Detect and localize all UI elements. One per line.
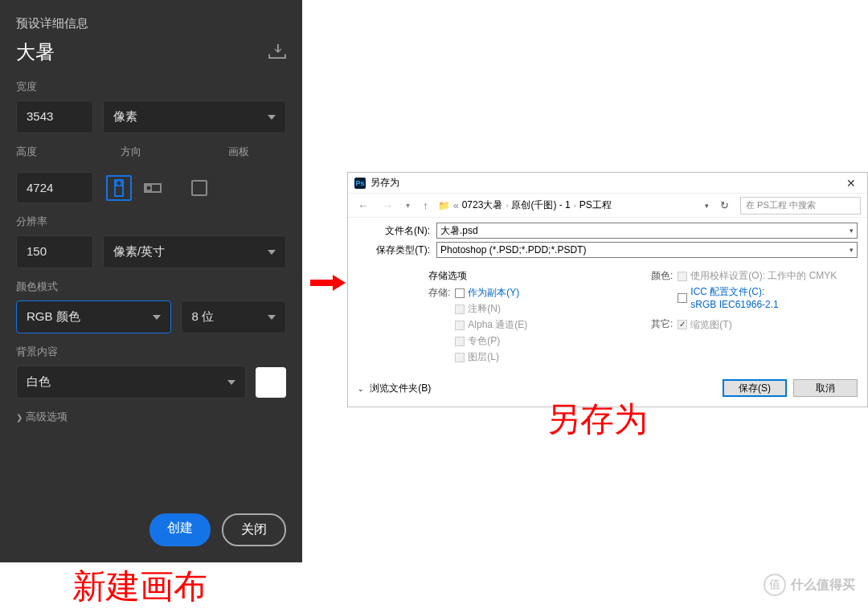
- resolution-input[interactable]: 150: [16, 235, 93, 268]
- dialog-titlebar: Ps 另存为 ✕: [348, 173, 867, 194]
- filetype-label: 保存类型(T):: [358, 243, 430, 257]
- filename-input[interactable]: 大暑.psd ▾: [436, 223, 858, 239]
- cancel-button[interactable]: 取消: [793, 379, 858, 397]
- height-input[interactable]: 4724: [16, 172, 93, 203]
- svg-rect-2: [116, 186, 122, 195]
- other-sub-label: 其它:: [651, 317, 673, 331]
- save-button[interactable]: 保存(S): [723, 379, 787, 397]
- alpha-checkbox-row: Alpha 通道(E): [455, 318, 527, 332]
- panel-header: 预设详细信息: [16, 16, 286, 31]
- save-sub-label: 存储:: [428, 286, 450, 363]
- advanced-label: 高级选项: [26, 410, 68, 424]
- color-mode-dropdown[interactable]: RGB 颜色: [16, 300, 171, 333]
- width-label: 宽度: [16, 80, 286, 94]
- icc-profile-link[interactable]: ICC 配置文件(C):: [690, 286, 764, 297]
- filename-value: 大暑.psd: [440, 224, 478, 238]
- background-label: 背景内容: [16, 345, 286, 359]
- folder-icon: 📁: [438, 200, 450, 211]
- artboard-label: 画板: [228, 145, 249, 159]
- dialog-navbar: ← → ▾ ↑ 📁 « 0723大暑 › 原创(千图) - 1 › PS工程 ▾…: [348, 194, 867, 218]
- arrow-annotation: [310, 275, 346, 294]
- annotation-new-canvas: 新建画布: [72, 564, 207, 609]
- nav-forward-button[interactable]: →: [379, 199, 396, 212]
- save-options-heading: 存储选项: [428, 269, 635, 283]
- background-color-swatch[interactable]: [256, 367, 286, 398]
- width-unit-value: 像素: [113, 109, 137, 125]
- download-preset-icon[interactable]: [268, 44, 286, 61]
- browse-folders-toggle[interactable]: ⌄ 浏览文件夹(B): [358, 382, 431, 395]
- orientation-label: 方向: [121, 145, 201, 159]
- bit-depth-dropdown[interactable]: 8 位: [181, 300, 286, 333]
- filename-label: 文件名(N):: [358, 224, 430, 238]
- use-proof-checkbox-row: 使用校样设置(O): 工作中的 CMYK: [678, 269, 837, 283]
- chevron-down-icon[interactable]: ▾: [850, 227, 854, 235]
- advanced-options-toggle[interactable]: ❯ 高级选项: [16, 410, 286, 424]
- artboard-checkbox[interactable]: [191, 180, 207, 196]
- annotation-save-as: 另存为: [547, 397, 648, 442]
- as-copy-link[interactable]: 作为副本(Y): [468, 286, 519, 300]
- thumbnail-checkbox-row: 缩览图(T): [678, 317, 731, 332]
- orientation-portrait-button[interactable]: [106, 175, 132, 201]
- search-placeholder: 在 PS工程 中搜索: [746, 199, 816, 211]
- resolution-unit-value: 像素/英寸: [113, 244, 165, 260]
- chevron-down-icon: [268, 115, 276, 120]
- resolution-label: 分辨率: [16, 215, 286, 229]
- create-button[interactable]: 创建: [149, 513, 211, 546]
- width-input[interactable]: 3543: [16, 100, 93, 133]
- annotation-checkbox-row: 注释(N): [455, 302, 527, 316]
- color-sub-label: 颜色:: [651, 269, 673, 309]
- chevron-right-icon: ❯: [16, 413, 23, 422]
- svg-rect-5: [152, 185, 160, 191]
- icc-profile-value[interactable]: sRGB IEC61966-2.1: [690, 299, 778, 310]
- filetype-value: Photoshop (*.PSD;*.PDD;*.PSDT): [440, 244, 586, 255]
- bit-depth-value: 8 位: [191, 309, 214, 325]
- chevron-down-icon: [268, 250, 276, 255]
- save-as-dialog: Ps 另存为 ✕ ← → ▾ ↑ 📁 « 0723大暑 › 原创(千图) - 1…: [347, 172, 868, 407]
- breadcrumb-item[interactable]: 0723大暑: [462, 198, 503, 212]
- svg-point-4: [147, 186, 151, 190]
- color-mode-label: 颜色模式: [16, 280, 286, 294]
- orientation-landscape-button[interactable]: [140, 175, 166, 201]
- chevron-down-icon[interactable]: ▾: [403, 201, 413, 210]
- breadcrumb-item[interactable]: 原创(千图) - 1: [511, 198, 570, 212]
- search-input[interactable]: 在 PS工程 中搜索: [740, 197, 861, 215]
- nav-up-button[interactable]: ↑: [420, 199, 432, 212]
- svg-marker-6: [310, 275, 346, 291]
- watermark: 值 什么值得买: [764, 574, 855, 596]
- filetype-dropdown[interactable]: Photoshop (*.PSD;*.PDD;*.PSDT) ▾: [436, 242, 858, 258]
- breadcrumb-item[interactable]: PS工程: [579, 198, 612, 212]
- as-copy-checkbox-row[interactable]: 作为副本(Y): [455, 286, 527, 300]
- background-dropdown[interactable]: 白色: [16, 366, 246, 399]
- chevron-down-icon: [153, 315, 161, 320]
- dialog-close-button[interactable]: ✕: [841, 177, 861, 190]
- nav-back-button[interactable]: ←: [354, 199, 372, 212]
- icc-profile-checkbox-row[interactable]: ICC 配置文件(C):sRGB IEC61966-2.1: [678, 285, 837, 310]
- spot-checkbox-row: 专色(P): [455, 334, 527, 348]
- watermark-text: 什么值得买: [791, 577, 855, 594]
- preset-name[interactable]: 大暑: [16, 39, 55, 65]
- layers-checkbox-row: 图层(L): [455, 350, 527, 364]
- photoshop-new-document-panel: 预设详细信息 大暑 宽度 3543 像素 高度 方向 画板 4724 分辨率: [0, 0, 302, 562]
- width-unit-dropdown[interactable]: 像素: [103, 100, 286, 133]
- chevron-down-icon[interactable]: ▾: [850, 246, 854, 254]
- svg-point-1: [117, 181, 121, 185]
- resolution-unit-dropdown[interactable]: 像素/英寸: [103, 235, 286, 268]
- background-value: 白色: [27, 374, 51, 390]
- watermark-icon: 值: [764, 574, 786, 596]
- dialog-title: 另存为: [371, 176, 399, 190]
- breadcrumb-path[interactable]: 📁 « 0723大暑 › 原创(千图) - 1 › PS工程 ▾: [438, 198, 709, 212]
- chevron-down-icon: ⌄: [358, 385, 364, 393]
- refresh-button[interactable]: ↻: [715, 199, 734, 211]
- close-button[interactable]: 关闭: [222, 513, 286, 546]
- chevron-down-icon: [268, 315, 276, 320]
- height-label: 高度: [16, 145, 93, 159]
- color-mode-value: RGB 颜色: [27, 309, 80, 325]
- photoshop-app-icon: Ps: [354, 178, 366, 189]
- chevron-down-icon: [227, 380, 235, 385]
